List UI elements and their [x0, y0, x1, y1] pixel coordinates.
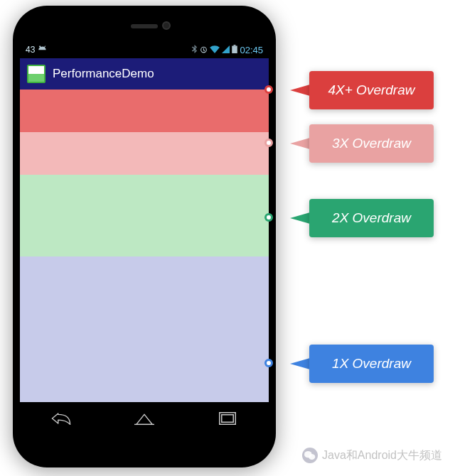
status-right: 02:45	[191, 45, 263, 55]
svg-rect-4	[221, 415, 233, 423]
callout-dot-4x	[264, 85, 273, 94]
overdraw-zone-2x	[20, 175, 269, 256]
callout-dot-3x	[264, 139, 273, 147]
navigation-bar	[20, 402, 269, 435]
app-title: PerformanceDemo	[53, 67, 154, 81]
alarm-icon	[200, 45, 208, 55]
status-bar: 43 0	[20, 41, 269, 58]
app-icon	[27, 65, 46, 83]
callout-label: 3X Overdraw	[332, 136, 411, 151]
callout-1x-overdraw: 1X Overdraw	[309, 345, 434, 383]
nav-home-button[interactable]	[119, 408, 169, 429]
status-time: 02:45	[240, 45, 263, 55]
phone-speaker	[131, 24, 158, 28]
overdraw-zone-3x	[20, 132, 269, 175]
signal-icon	[222, 45, 230, 55]
nav-recents-button[interactable]	[203, 408, 252, 429]
watermark: Java和Android大牛频道	[302, 448, 442, 463]
bluetooth-icon	[191, 45, 198, 55]
overdraw-zone-1x	[20, 256, 269, 402]
svg-rect-2	[234, 45, 236, 46]
watermark-text: Java和Android大牛频道	[322, 448, 442, 463]
screen-content	[20, 90, 269, 402]
callout-dot-1x	[264, 359, 273, 367]
phone-frame: 43 0	[13, 6, 276, 467]
callout-tail-1x	[290, 358, 310, 369]
status-left: 43	[26, 45, 48, 55]
phone-camera	[162, 21, 171, 30]
app-bar: PerformanceDemo	[20, 58, 269, 90]
wechat-icon	[302, 448, 318, 463]
battery-icon	[232, 45, 237, 55]
callout-dot-2x	[264, 213, 273, 222]
callout-label: 1X Overdraw	[332, 356, 411, 372]
callouts-container: 4X+ Overdraw 3X Overdraw 2X Overdraw 1X …	[284, 0, 448, 476]
phone-screen: 43 0	[20, 41, 269, 435]
callout-3x-overdraw: 3X Overdraw	[309, 124, 434, 163]
svg-point-6	[309, 454, 315, 460]
notification-count: 43	[26, 45, 35, 55]
callout-label: 4X+ Overdraw	[328, 82, 415, 98]
callout-tail-2x	[290, 212, 310, 224]
callout-tail-3x	[290, 138, 310, 149]
callout-label: 2X Overdraw	[332, 210, 411, 226]
nav-back-button[interactable]	[36, 408, 86, 429]
svg-rect-1	[232, 46, 238, 54]
android-icon	[38, 45, 48, 55]
callout-2x-overdraw: 2X Overdraw	[309, 199, 434, 237]
wifi-icon	[210, 45, 220, 55]
callout-4x-overdraw: 4X+ Overdraw	[309, 71, 434, 109]
callout-tail-4x	[290, 85, 310, 96]
overdraw-zone-4x	[20, 90, 269, 132]
